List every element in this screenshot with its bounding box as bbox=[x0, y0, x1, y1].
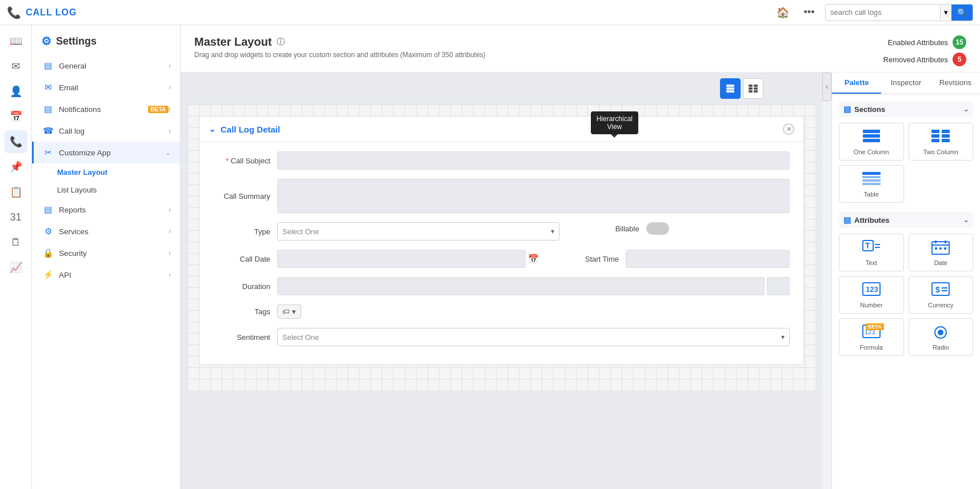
search-button[interactable]: 🔍 bbox=[951, 5, 973, 21]
one-column-label: One Column bbox=[854, 149, 889, 155]
removed-count: 5 bbox=[953, 53, 966, 66]
widget-formula[interactable]: 123 BETA Formula bbox=[839, 318, 904, 356]
attributes-header[interactable]: ▤ Attributes ⌄ bbox=[839, 212, 973, 228]
enabled-label: Enabled Attributes bbox=[887, 38, 948, 47]
svg-rect-13 bbox=[942, 130, 950, 133]
widget-currency[interactable]: $ Currency bbox=[909, 276, 974, 314]
tab-inspector[interactable]: Inspector bbox=[881, 73, 930, 94]
sidebar-item-api[interactable]: ⚡ API › bbox=[32, 264, 180, 286]
tab-revisions[interactable]: Revisions bbox=[931, 73, 980, 94]
widget-table[interactable]: Table bbox=[839, 165, 904, 203]
sidebar-item-customizeapp[interactable]: ✂ Customize App ⌄ bbox=[32, 142, 180, 163]
date-field-call-date: 📅 bbox=[277, 250, 539, 268]
input-call-summary[interactable] bbox=[277, 179, 790, 213]
svg-rect-17 bbox=[942, 139, 950, 142]
single-column-view-button[interactable] bbox=[720, 78, 741, 99]
table-icon bbox=[861, 170, 882, 189]
collapse-panel-button[interactable]: ‹ bbox=[822, 73, 831, 101]
arrow-icon: › bbox=[169, 105, 171, 113]
close-section-button[interactable]: ✕ bbox=[783, 123, 794, 135]
icon-bar-cal31[interactable]: 31 bbox=[5, 206, 27, 229]
icon-bar-mail[interactable]: ✉ bbox=[5, 55, 27, 78]
widget-radio[interactable]: Radio bbox=[909, 318, 974, 356]
number-widget-label: Number bbox=[860, 302, 882, 308]
search-dropdown-button[interactable]: ▾ bbox=[940, 5, 951, 19]
tags-button[interactable]: 🏷 ▾ bbox=[277, 304, 301, 319]
svg-rect-1 bbox=[726, 87, 734, 90]
widget-date[interactable]: Date bbox=[909, 234, 974, 271]
beta-badge: BETA bbox=[148, 106, 169, 113]
icon-bar-phone[interactable]: 📞 bbox=[5, 130, 27, 153]
form-row-subject: Call Subject bbox=[213, 151, 790, 170]
input-duration[interactable] bbox=[277, 277, 765, 295]
icon-bar-contacts[interactable]: 👤 bbox=[5, 80, 27, 103]
tab-palette[interactable]: Palette bbox=[832, 73, 881, 94]
svg-rect-7 bbox=[749, 90, 753, 93]
svg-rect-3 bbox=[749, 85, 753, 87]
calendar-icon[interactable]: 📅 bbox=[528, 254, 539, 264]
currency-widget-label: Currency bbox=[928, 302, 954, 308]
sidebar-item-calllog[interactable]: ☎ Call log › bbox=[32, 120, 180, 142]
home-button[interactable]: 🏠 bbox=[773, 2, 793, 23]
svg-rect-19 bbox=[862, 176, 881, 178]
sidebar-header: ⚙ Settings bbox=[32, 25, 180, 55]
search-input[interactable] bbox=[826, 5, 940, 19]
label-call-date: Call Date bbox=[213, 255, 270, 263]
toggle-billable[interactable] bbox=[646, 222, 669, 235]
one-column-icon bbox=[861, 128, 882, 146]
arrow-icon: › bbox=[169, 127, 171, 135]
arrow-icon: › bbox=[169, 227, 171, 235]
sidebar-item-general[interactable]: ▤ General › bbox=[32, 55, 180, 77]
icon-bar-table[interactable]: 📋 bbox=[5, 181, 27, 203]
two-column-view-button[interactable] bbox=[743, 78, 763, 99]
field-type: Type Select One ▾ bbox=[213, 222, 559, 241]
input-call-date[interactable] bbox=[277, 250, 526, 268]
sidebar-item-email[interactable]: ✉ Email › bbox=[32, 77, 180, 98]
info-icon[interactable]: ⓘ bbox=[277, 37, 285, 47]
sidebar-item-label: Reports bbox=[59, 206, 169, 214]
sidebar-item-notifications[interactable]: ▤ Notifications BETA › bbox=[32, 98, 180, 120]
field-call-date: Call Date 📅 bbox=[213, 250, 539, 268]
icon-bar-chart[interactable]: 📈 bbox=[5, 256, 27, 279]
widget-one-column[interactable]: One Column bbox=[839, 123, 904, 161]
sidebar-subitem-master-layout[interactable]: Master Layout bbox=[57, 163, 180, 181]
input-duration-unit[interactable] bbox=[767, 277, 790, 295]
canvas-toolbar: Hierarchical View bbox=[181, 73, 822, 105]
input-call-subject[interactable] bbox=[277, 151, 790, 170]
right-panel-body: ▤ Sections ⌄ One Column bbox=[832, 94, 980, 489]
collapse-section-icon[interactable]: ⌄ bbox=[209, 124, 216, 134]
formula-beta-tag: BETA bbox=[866, 323, 884, 330]
label-billable: Billable bbox=[582, 225, 639, 233]
svg-rect-32 bbox=[944, 247, 946, 250]
icon-bar-book[interactable]: 📖 bbox=[5, 30, 27, 53]
icon-bar-pin[interactable]: 📌 bbox=[5, 155, 27, 178]
sidebar-item-reports[interactable]: ▤ Reports › bbox=[32, 199, 180, 221]
svg-text:123: 123 bbox=[866, 285, 878, 294]
svg-rect-5 bbox=[749, 87, 753, 90]
sections-header[interactable]: ▤ Sections ⌄ bbox=[839, 101, 973, 117]
arrow-icon: › bbox=[169, 206, 171, 214]
sidebar: ⚙ Settings ▤ General › ✉ Email › ▤ Notif… bbox=[32, 25, 181, 489]
select-sentiment[interactable]: Select One ▾ bbox=[277, 328, 790, 346]
icon-bar-calendar[interactable]: 📅 bbox=[5, 105, 27, 128]
svg-point-42 bbox=[938, 330, 943, 335]
form-row-date-time: Call Date 📅 Start Time bbox=[213, 250, 790, 268]
form-row-duration: Duration bbox=[213, 277, 790, 295]
widget-text[interactable]: T Text bbox=[839, 234, 904, 271]
widget-two-column[interactable]: Two Column bbox=[909, 123, 974, 161]
calllog-icon: ☎ bbox=[43, 126, 53, 136]
icon-bar-notes[interactable]: 🗒 bbox=[5, 231, 27, 254]
sidebar-subitem-list-layouts[interactable]: List Layouts bbox=[57, 181, 180, 199]
select-type[interactable]: Select One ▾ bbox=[277, 222, 559, 241]
sidebar-item-security[interactable]: 🔒 Security › bbox=[32, 242, 180, 264]
sidebar-item-services[interactable]: ⚙ Services › bbox=[32, 221, 180, 242]
formula-widget-icon: 123 BETA bbox=[861, 323, 882, 342]
main-content: Master Layout ⓘ Drag and drop widgets to… bbox=[181, 25, 980, 489]
widget-number[interactable]: 123 Number bbox=[839, 276, 904, 314]
two-column-label: Two Column bbox=[923, 149, 958, 155]
radio-widget-icon bbox=[930, 323, 951, 342]
svg-rect-6 bbox=[754, 87, 758, 90]
currency-widget-icon: $ bbox=[930, 281, 951, 299]
more-button[interactable]: ••• bbox=[799, 2, 819, 23]
input-start-time[interactable] bbox=[626, 250, 790, 268]
